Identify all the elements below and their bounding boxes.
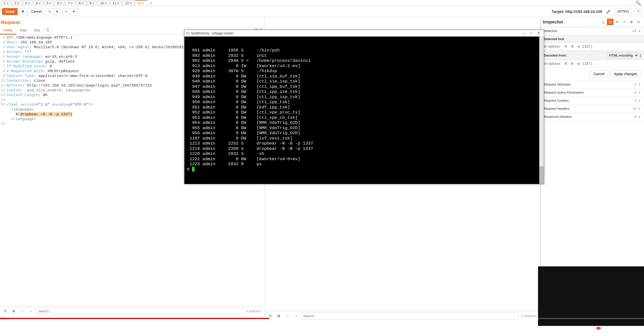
search-next-button[interactable]: → — [27, 308, 35, 315]
chevron-down-icon: ▼ — [638, 83, 641, 86]
send-button[interactable]: Send — [2, 8, 18, 15]
send-options-button[interactable]: ⚙ — [19, 8, 27, 15]
repeater-tab-2[interactable]: 2 × — [12, 1, 22, 6]
view-options-button[interactable]: ☰ — [44, 27, 51, 34]
repeater-tabs: 1 ×2 ×3 ×4 ×5 ×6 ×7 ×8 ×9 ×10 ×11 ×12 ×1… — [0, 0, 644, 6]
toolbar: Send ⚙ Cancel < ▾ > ▾ Target: http://192… — [0, 6, 644, 17]
repeater-tab-1[interactable]: 1 × — [1, 1, 11, 6]
help-button[interactable]: ? — [634, 8, 642, 15]
repeater-tab-11[interactable]: 11 × — [110, 1, 122, 6]
repeater-tab-9[interactable]: 9 × — [87, 1, 97, 6]
repeater-tab-12[interactable]: 12 × — [122, 1, 135, 6]
layout-split-icon[interactable]: ◫ — [607, 19, 613, 25]
terminal-scrollbar[interactable] — [539, 37, 544, 184]
http-version-button[interactable]: HTTP/1 — [615, 8, 632, 15]
repeater-tab-8[interactable]: 8 × — [76, 1, 86, 6]
volume-button[interactable] — [30, 326, 37, 332]
layout-single-icon[interactable]: ▯ — [600, 19, 606, 25]
search-settings-button[interactable]: ⚙ — [10, 308, 18, 315]
selected-text-value[interactable]: dropbear -R -B -p 1337) — [541, 43, 644, 50]
terminal-title-text: test@training: ~/phpggc-master — [191, 32, 233, 35]
request-title: Request — [0, 17, 265, 27]
history-back-button[interactable]: < — [46, 8, 53, 15]
chevron-down-icon: ▼ — [638, 91, 641, 94]
maximize-button[interactable]: □ — [527, 31, 535, 35]
terminal-titlebar[interactable]: test@training: ~/phpggc-master — □ ✕ — [184, 30, 544, 37]
add-tab-button[interactable]: + — [148, 1, 155, 5]
putty-icon — [186, 32, 190, 35]
repeater-tab-13[interactable]: 13 × — [135, 0, 147, 6]
edit-target-button[interactable] — [605, 8, 612, 15]
settings-button[interactable]: HD — [591, 327, 602, 333]
filter-icon[interactable]: ⚟ — [614, 19, 621, 25]
inspector-row-1[interactable]: Request Query Parameters0▼ — [541, 89, 644, 97]
play-button[interactable] — [5, 325, 13, 333]
video-time: 56:30 / 2:14:40 — [42, 327, 69, 331]
tab-search-icon[interactable]: 🔍 — [632, 0, 644, 6]
request-search-input[interactable] — [36, 308, 243, 315]
video-right-controls: HD — [591, 327, 639, 333]
terminal-window[interactable]: test@training: ~/phpggc-master — □ ✕ 891… — [184, 30, 544, 184]
theater-button[interactable] — [619, 327, 627, 333]
close-inspector-icon[interactable]: ✕ — [635, 19, 642, 25]
target-display: Target: http://192.168.10.105 — [552, 9, 602, 14]
pencil-icon — [606, 9, 611, 14]
svg-rect-3 — [531, 329, 532, 330]
inspector-cancel-button[interactable]: Cancel — [590, 70, 608, 78]
chevron-down-icon: ▼ — [638, 107, 641, 110]
webcam-overlay — [538, 266, 644, 326]
repeater-tab-7[interactable]: 7 × — [65, 1, 75, 6]
svg-rect-6 — [610, 330, 612, 331]
request-footer: ?⃝ ⚙ ← → 0 matches — [0, 306, 265, 316]
repeater-tab-5[interactable]: 5 × — [44, 1, 54, 6]
selected-text-header: Selected text — [541, 35, 644, 43]
history-fwd-button[interactable]: > — [63, 8, 70, 15]
gear-icon[interactable]: ⚙ — [628, 19, 635, 25]
decoded-text-value[interactable]: dropbear -R -B -p 1337) — [541, 60, 644, 68]
svg-rect-2 — [530, 327, 535, 331]
expand-icon[interactable]: ⤢ — [621, 19, 628, 25]
video-controls: 56:30 / 2:14:40 — [0, 318, 644, 336]
terminal-body[interactable]: 891 admin 1956 S -/bin/psh 892 admin 283… — [184, 37, 544, 184]
miniplayer-button[interactable] — [607, 327, 614, 333]
history-fwd-menu[interactable]: ▾ — [70, 8, 78, 15]
fullscreen-button[interactable] — [632, 327, 639, 333]
inspector-apply-button[interactable]: Apply changes — [610, 70, 641, 78]
view-tab-pretty[interactable]: Pretty — [0, 27, 16, 35]
minimize-button[interactable]: — — [520, 31, 527, 35]
repeater-tab-6[interactable]: 6 × — [55, 1, 65, 6]
inspector-row-0[interactable]: Request Attributes2▼ — [541, 80, 644, 89]
inspector-row-2[interactable]: Request Cookies2▼ — [541, 97, 644, 105]
repeater-tab-10[interactable]: 10 × — [97, 1, 110, 6]
repeater-tab-3[interactable]: 3 × — [22, 1, 33, 6]
chevron-down-icon: ▼ — [638, 115, 641, 118]
chevron-down-icon: ▼ — [638, 30, 641, 33]
decoded-from-select[interactable]: HTML encoding — [607, 52, 638, 59]
cancel-button[interactable]: Cancel — [28, 8, 44, 15]
search-prev-button[interactable]: ← — [19, 308, 26, 315]
history-back-menu[interactable]: ▾ — [53, 8, 61, 15]
view-tab-raw[interactable]: Raw — [16, 27, 31, 35]
view-tab-hex[interactable]: Hex — [31, 27, 44, 35]
svg-rect-7 — [620, 329, 626, 332]
chevron-down-icon: ▼ — [638, 99, 641, 102]
response-match-count: 0 matches — [520, 314, 539, 318]
request-match-count: 0 matches — [244, 309, 263, 313]
svg-rect-4 — [532, 329, 534, 330]
repeater-tab-4[interactable]: 4 × — [33, 1, 43, 6]
inspector-selection-row[interactable]: Selection 23 ▼ — [541, 27, 644, 35]
video-progress-bar[interactable] — [0, 318, 644, 319]
close-button[interactable]: ✕ — [535, 31, 542, 35]
inspector-row-3[interactable]: Request Headers12▼ — [541, 105, 644, 113]
inspector-title: Inspector — [543, 19, 600, 25]
search-help-button[interactable]: ?⃝ — [2, 308, 9, 315]
decoded-from-row: Decoded from: HTML encoding ( — [541, 50, 644, 60]
svg-rect-1 — [187, 33, 189, 34]
inspector-row-4[interactable]: Response Headers8▼ — [541, 113, 644, 121]
next-button[interactable] — [18, 326, 25, 332]
gear-icon: ⚙ — [21, 10, 24, 13]
